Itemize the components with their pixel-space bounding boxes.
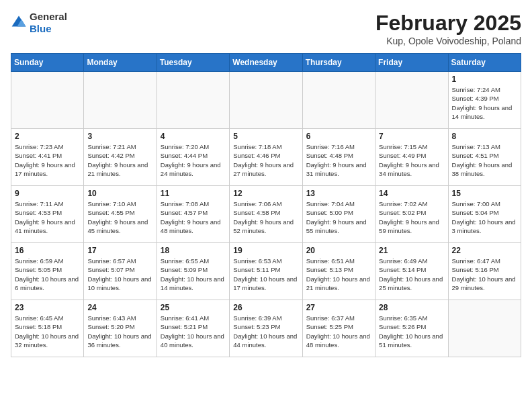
day-info: Sunrise: 7:06 AM Sunset: 4:58 PM Dayligh… — [233, 199, 298, 235]
calendar-cell: 10Sunrise: 7:10 AM Sunset: 4:55 PM Dayli… — [84, 186, 157, 243]
calendar-cell: 7Sunrise: 7:15 AM Sunset: 4:49 PM Daylig… — [375, 129, 448, 186]
weekday-header-row: SundayMondayTuesdayWednesdayThursdayFrid… — [11, 54, 521, 72]
logo: General Blue — [11, 11, 67, 35]
day-number: 16 — [15, 246, 80, 255]
day-info: Sunrise: 6:43 AM Sunset: 5:20 PM Dayligh… — [87, 314, 152, 349]
calendar-cell: 4Sunrise: 7:20 AM Sunset: 4:44 PM Daylig… — [157, 129, 229, 186]
calendar-cell: 1Sunrise: 7:24 AM Sunset: 4:39 PM Daylig… — [448, 72, 521, 129]
title-section: February 2025 Kup, Opole Voivodeship, Po… — [375, 11, 521, 46]
day-number: 8 — [452, 132, 517, 141]
page-header: General Blue February 2025 Kup, Opole Vo… — [11, 11, 521, 46]
calendar-title: February 2025 — [375, 11, 521, 36]
day-number: 21 — [379, 246, 444, 255]
weekday-header-tuesday: Tuesday — [157, 54, 229, 72]
calendar-cell: 25Sunrise: 6:41 AM Sunset: 5:21 PM Dayli… — [157, 300, 229, 357]
week-row-1: 2Sunrise: 7:23 AM Sunset: 4:41 PM Daylig… — [11, 129, 521, 186]
week-row-3: 16Sunrise: 6:59 AM Sunset: 5:05 PM Dayli… — [11, 243, 521, 300]
calendar-cell — [157, 72, 229, 129]
day-number: 23 — [15, 303, 80, 312]
day-number: 1 — [452, 75, 517, 84]
calendar-cell: 2Sunrise: 7:23 AM Sunset: 4:41 PM Daylig… — [11, 129, 84, 186]
day-info: Sunrise: 6:59 AM Sunset: 5:05 PM Dayligh… — [15, 257, 80, 292]
day-number: 17 — [87, 246, 152, 255]
day-number: 12 — [233, 189, 298, 198]
day-number: 10 — [87, 189, 152, 198]
calendar-cell: 23Sunrise: 6:45 AM Sunset: 5:18 PM Dayli… — [11, 300, 84, 357]
day-info: Sunrise: 7:04 AM Sunset: 5:00 PM Dayligh… — [306, 199, 371, 235]
calendar-cell: 11Sunrise: 7:08 AM Sunset: 4:57 PM Dayli… — [157, 186, 229, 243]
calendar-cell — [11, 72, 84, 129]
logo-text-blue: Blue — [30, 23, 52, 34]
day-info: Sunrise: 6:45 AM Sunset: 5:18 PM Dayligh… — [15, 314, 80, 349]
day-number: 2 — [15, 132, 80, 141]
calendar-cell: 12Sunrise: 7:06 AM Sunset: 4:58 PM Dayli… — [230, 186, 302, 243]
day-info: Sunrise: 6:39 AM Sunset: 5:23 PM Dayligh… — [233, 314, 298, 349]
day-number: 26 — [233, 303, 298, 312]
day-number: 4 — [161, 132, 226, 141]
calendar-cell: 3Sunrise: 7:21 AM Sunset: 4:42 PM Daylig… — [84, 129, 157, 186]
day-number: 9 — [15, 189, 80, 198]
calendar-cell: 27Sunrise: 6:37 AM Sunset: 5:25 PM Dayli… — [302, 300, 375, 357]
calendar-cell: 19Sunrise: 6:53 AM Sunset: 5:11 PM Dayli… — [230, 243, 302, 300]
day-number: 13 — [306, 189, 371, 198]
calendar-cell: 20Sunrise: 6:51 AM Sunset: 5:13 PM Dayli… — [302, 243, 375, 300]
day-info: Sunrise: 7:10 AM Sunset: 4:55 PM Dayligh… — [87, 199, 152, 235]
week-row-4: 23Sunrise: 6:45 AM Sunset: 5:18 PM Dayli… — [11, 300, 521, 357]
day-number: 25 — [161, 303, 226, 312]
calendar-cell: 16Sunrise: 6:59 AM Sunset: 5:05 PM Dayli… — [11, 243, 84, 300]
day-number: 15 — [452, 189, 517, 198]
calendar-cell: 28Sunrise: 6:35 AM Sunset: 5:26 PM Dayli… — [375, 300, 448, 357]
calendar-cell: 26Sunrise: 6:39 AM Sunset: 5:23 PM Dayli… — [230, 300, 302, 357]
calendar-subtitle: Kup, Opole Voivodeship, Poland — [375, 36, 521, 46]
calendar-cell: 14Sunrise: 7:02 AM Sunset: 5:02 PM Dayli… — [375, 186, 448, 243]
day-number: 14 — [379, 189, 444, 198]
weekday-header-saturday: Saturday — [448, 54, 521, 72]
calendar-cell — [84, 72, 157, 129]
calendar-cell: 13Sunrise: 7:04 AM Sunset: 5:00 PM Dayli… — [302, 186, 375, 243]
weekday-header-monday: Monday — [84, 54, 157, 72]
day-number: 22 — [452, 246, 517, 255]
day-info: Sunrise: 7:11 AM Sunset: 4:53 PM Dayligh… — [15, 199, 80, 235]
week-row-2: 9Sunrise: 7:11 AM Sunset: 4:53 PM Daylig… — [11, 186, 521, 243]
day-info: Sunrise: 6:41 AM Sunset: 5:21 PM Dayligh… — [161, 314, 226, 349]
calendar-cell: 15Sunrise: 7:00 AM Sunset: 5:04 PM Dayli… — [448, 186, 521, 243]
day-info: Sunrise: 7:21 AM Sunset: 4:42 PM Dayligh… — [87, 142, 152, 178]
calendar-cell: 24Sunrise: 6:43 AM Sunset: 5:20 PM Dayli… — [84, 300, 157, 357]
day-info: Sunrise: 6:51 AM Sunset: 5:13 PM Dayligh… — [306, 257, 371, 292]
day-info: Sunrise: 7:20 AM Sunset: 4:44 PM Dayligh… — [161, 142, 226, 178]
day-info: Sunrise: 6:35 AM Sunset: 5:26 PM Dayligh… — [379, 314, 444, 349]
day-number: 5 — [233, 132, 298, 141]
week-row-0: 1Sunrise: 7:24 AM Sunset: 4:39 PM Daylig… — [11, 72, 521, 129]
day-info: Sunrise: 7:15 AM Sunset: 4:49 PM Dayligh… — [379, 142, 444, 178]
calendar-table: SundayMondayTuesdayWednesdayThursdayFrid… — [11, 53, 521, 357]
day-info: Sunrise: 7:08 AM Sunset: 4:57 PM Dayligh… — [161, 199, 226, 235]
calendar-cell: 22Sunrise: 6:47 AM Sunset: 5:16 PM Dayli… — [448, 243, 521, 300]
day-info: Sunrise: 6:47 AM Sunset: 5:16 PM Dayligh… — [452, 257, 517, 292]
day-info: Sunrise: 6:49 AM Sunset: 5:14 PM Dayligh… — [379, 257, 444, 292]
calendar-cell: 6Sunrise: 7:16 AM Sunset: 4:48 PM Daylig… — [302, 129, 375, 186]
weekday-header-thursday: Thursday — [302, 54, 375, 72]
weekday-header-sunday: Sunday — [11, 54, 84, 72]
day-number: 18 — [161, 246, 226, 255]
calendar-cell — [448, 300, 521, 357]
calendar-cell — [230, 72, 302, 129]
logo-icon — [11, 15, 27, 31]
day-info: Sunrise: 6:57 AM Sunset: 5:07 PM Dayligh… — [87, 257, 152, 292]
day-info: Sunrise: 6:55 AM Sunset: 5:09 PM Dayligh… — [161, 257, 226, 292]
logo-text-general: General — [30, 11, 67, 22]
day-info: Sunrise: 7:24 AM Sunset: 4:39 PM Dayligh… — [452, 85, 517, 121]
day-info: Sunrise: 7:16 AM Sunset: 4:48 PM Dayligh… — [306, 142, 371, 178]
day-number: 11 — [161, 189, 226, 198]
day-info: Sunrise: 7:18 AM Sunset: 4:46 PM Dayligh… — [233, 142, 298, 178]
day-number: 27 — [306, 303, 371, 312]
day-info: Sunrise: 7:13 AM Sunset: 4:51 PM Dayligh… — [452, 142, 517, 178]
calendar-cell: 17Sunrise: 6:57 AM Sunset: 5:07 PM Dayli… — [84, 243, 157, 300]
day-info: Sunrise: 7:23 AM Sunset: 4:41 PM Dayligh… — [15, 142, 80, 178]
weekday-header-friday: Friday — [375, 54, 448, 72]
day-info: Sunrise: 6:53 AM Sunset: 5:11 PM Dayligh… — [233, 257, 298, 292]
calendar-cell — [302, 72, 375, 129]
day-number: 24 — [87, 303, 152, 312]
calendar-cell: 9Sunrise: 7:11 AM Sunset: 4:53 PM Daylig… — [11, 186, 84, 243]
day-number: 20 — [306, 246, 371, 255]
day-info: Sunrise: 7:02 AM Sunset: 5:02 PM Dayligh… — [379, 199, 444, 235]
